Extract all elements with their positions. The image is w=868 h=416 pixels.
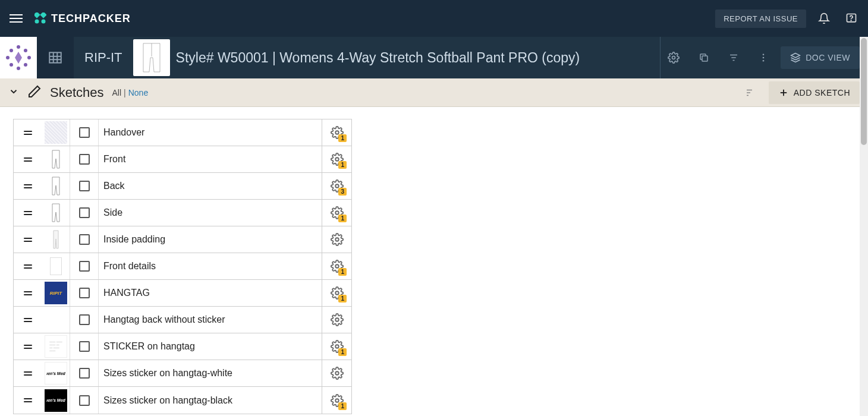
help-icon[interactable] xyxy=(842,9,861,28)
more-icon[interactable] xyxy=(751,48,776,68)
row-checkbox[interactable] xyxy=(70,307,98,333)
badge: 1 xyxy=(338,402,347,410)
add-sketch-button[interactable]: ADD SKETCH xyxy=(769,81,860,104)
brand-logo-tile[interactable] xyxy=(0,37,37,78)
svg-point-5 xyxy=(851,20,851,21)
drag-handle-icon[interactable] xyxy=(14,280,42,306)
row-thumbnail[interactable]: ıen's Med xyxy=(42,360,70,386)
row-settings-icon[interactable]: 1 xyxy=(322,253,351,279)
row-name[interactable]: Front details xyxy=(98,253,322,279)
row-settings-icon[interactable]: 1 xyxy=(322,200,351,226)
badge: 1 xyxy=(338,348,347,356)
row-settings-icon[interactable]: 1 xyxy=(322,333,351,360)
copy-icon[interactable] xyxy=(691,48,716,68)
row-name[interactable]: Sizes sticker on hangtag-black xyxy=(98,387,322,414)
sort-icon[interactable] xyxy=(738,83,763,103)
badge: 3 xyxy=(338,188,347,196)
filter-icon[interactable] xyxy=(721,48,746,68)
drag-handle-icon[interactable] xyxy=(14,119,42,146)
drag-handle-icon[interactable] xyxy=(14,200,42,226)
style-thumbnail[interactable] xyxy=(133,39,170,76)
table-row: Back3 xyxy=(14,173,351,200)
edit-icon[interactable] xyxy=(27,84,42,101)
badge: 1 xyxy=(338,134,347,142)
table-row: Front details1 xyxy=(14,253,351,280)
row-thumbnail[interactable] xyxy=(42,307,70,333)
row-name[interactable]: STICKER on hangtag xyxy=(98,333,322,360)
report-issue-button[interactable]: REPORT AN ISSUE xyxy=(715,10,806,28)
row-thumbnail[interactable]: ıen's Med xyxy=(42,387,70,414)
org-icon[interactable] xyxy=(37,37,74,78)
svg-point-9 xyxy=(27,56,31,59)
notifications-icon[interactable] xyxy=(814,9,834,28)
row-checkbox[interactable] xyxy=(70,173,98,199)
row-checkbox[interactable] xyxy=(70,200,98,226)
row-settings-icon[interactable] xyxy=(322,226,351,253)
row-checkbox[interactable] xyxy=(70,119,98,146)
svg-point-44 xyxy=(335,399,339,402)
row-settings-icon[interactable]: 1 xyxy=(322,280,351,306)
drag-handle-icon[interactable] xyxy=(14,226,42,253)
row-settings-icon[interactable]: 1 xyxy=(322,387,351,414)
row-thumbnail[interactable] xyxy=(42,146,70,172)
row-thumbnail[interactable] xyxy=(42,119,70,146)
drag-handle-icon[interactable] xyxy=(14,333,42,360)
drag-handle-icon[interactable] xyxy=(14,146,42,172)
row-thumbnail[interactable] xyxy=(42,200,70,226)
row-settings-icon[interactable]: 1 xyxy=(322,119,351,146)
svg-point-11 xyxy=(24,49,27,52)
svg-point-36 xyxy=(335,184,339,188)
row-settings-icon[interactable] xyxy=(322,360,351,386)
plus-icon xyxy=(778,87,789,98)
row-checkbox[interactable] xyxy=(70,253,98,279)
row-name[interactable]: Inside padding xyxy=(98,226,322,253)
row-checkbox[interactable] xyxy=(70,387,98,414)
section-header: Sketches All|None ADD SKETCH xyxy=(0,78,868,107)
svg-rect-0 xyxy=(34,12,40,18)
row-settings-icon[interactable]: 1 xyxy=(322,146,351,172)
table-row: Hangtag back without sticker xyxy=(14,307,351,333)
app-logo[interactable]: TECHPACKER xyxy=(34,12,131,25)
row-thumbnail[interactable] xyxy=(42,173,70,199)
row-thumbnail[interactable] xyxy=(42,253,70,279)
svg-point-43 xyxy=(335,371,339,375)
row-name[interactable]: Back xyxy=(98,173,322,199)
row-checkbox[interactable] xyxy=(70,226,98,253)
svg-point-27 xyxy=(763,60,765,62)
select-none-link[interactable]: None xyxy=(128,88,148,97)
drag-handle-icon[interactable] xyxy=(14,360,42,386)
menu-icon[interactable] xyxy=(7,12,25,25)
doc-view-button[interactable]: DOC VIEW xyxy=(781,46,860,69)
settings-icon[interactable] xyxy=(661,47,687,68)
select-all-link[interactable]: All xyxy=(112,88,122,97)
row-name[interactable]: Hangtag back without sticker xyxy=(98,307,322,333)
svg-point-25 xyxy=(763,53,765,55)
row-thumbnail[interactable]: RIPIT xyxy=(42,280,70,306)
row-settings-icon[interactable] xyxy=(322,307,351,333)
row-thumbnail[interactable]: —— ———— —— ———— xyxy=(42,333,70,360)
drag-handle-icon[interactable] xyxy=(14,307,42,333)
drag-handle-icon[interactable] xyxy=(14,173,42,199)
row-name[interactable]: HANGTAG xyxy=(98,280,322,306)
row-settings-icon[interactable]: 3 xyxy=(322,173,351,199)
row-checkbox[interactable] xyxy=(70,360,98,386)
scrollbar[interactable] xyxy=(860,37,868,416)
chevron-down-icon[interactable] xyxy=(8,86,19,99)
svg-point-35 xyxy=(335,157,339,161)
brand-label[interactable]: RIP-IT xyxy=(74,50,133,65)
row-checkbox[interactable] xyxy=(70,333,98,360)
row-checkbox[interactable] xyxy=(70,146,98,172)
drag-handle-icon[interactable] xyxy=(14,387,42,414)
row-name[interactable]: Sizes sticker on hangtag-white xyxy=(98,360,322,386)
row-name[interactable]: Front xyxy=(98,146,322,172)
svg-point-7 xyxy=(17,67,20,70)
row-name[interactable]: Handover xyxy=(98,119,322,146)
row-name[interactable]: Side xyxy=(98,200,322,226)
drag-handle-icon[interactable] xyxy=(14,253,42,279)
section-right: ADD SKETCH xyxy=(738,81,860,104)
table-row: Handover1 xyxy=(14,119,351,146)
top-bar: TECHPACKER REPORT AN ISSUE xyxy=(0,0,868,37)
svg-point-2 xyxy=(35,20,39,24)
row-thumbnail[interactable] xyxy=(42,226,70,253)
row-checkbox[interactable] xyxy=(70,280,98,306)
